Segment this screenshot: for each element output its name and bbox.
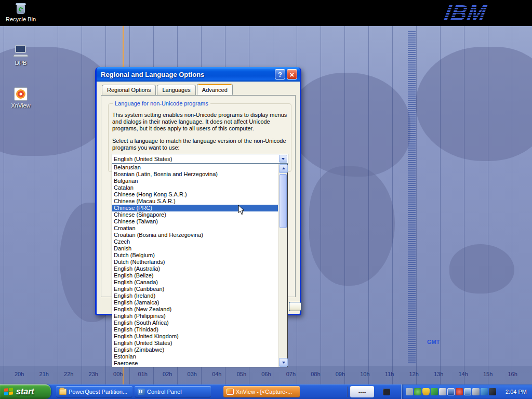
- display-settings-icon[interactable]: [447, 388, 455, 395]
- dropdown-item[interactable]: English (United States): [112, 340, 278, 347]
- dropdown-item[interactable]: English (Australia): [112, 265, 278, 272]
- system-tray: 2:04 PM: [401, 384, 532, 399]
- dropdown-item[interactable]: English (Canada): [112, 279, 278, 286]
- dropdown-item[interactable]: Dutch (Netherlands): [112, 259, 278, 265]
- windows-logo-icon: [4, 388, 14, 396]
- dropdown-item[interactable]: Belarusian: [112, 164, 278, 171]
- scroll-up-button[interactable]: [279, 164, 288, 173]
- hour-label: 14h: [458, 371, 468, 377]
- task-scheduler-icon[interactable]: [439, 388, 446, 395]
- start-button-label: start: [16, 387, 34, 396]
- tab-advanced[interactable]: Advanced: [197, 84, 233, 95]
- dropdown-item[interactable]: Chinese (Hong Kong S.A.R.): [112, 191, 278, 198]
- tab-languages[interactable]: Languages: [157, 85, 195, 95]
- dropdown-item[interactable]: English (Caribbean): [112, 286, 278, 292]
- dropdown-item[interactable]: English (South Africa): [112, 320, 278, 326]
- hour-label: 02h: [163, 371, 172, 377]
- laptop-icon: [13, 45, 29, 58]
- hour-label: 09h: [336, 371, 345, 377]
- network-icon[interactable]: [464, 388, 471, 395]
- non-unicode-description: This system setting enables non-Unicode …: [112, 112, 294, 132]
- chevron-down-icon: [282, 158, 285, 162]
- language-combobox[interactable]: English (United States): [112, 154, 288, 164]
- scrollbar-thumb[interactable]: [280, 174, 287, 228]
- desktop-icon-recycle-bin[interactable]: Recycle Bin: [5, 2, 36, 22]
- partially-hidden-button[interactable]: [289, 302, 301, 311]
- taskbar-button-dashes[interactable]: ----: [350, 386, 374, 397]
- dropdown-item[interactable]: Chinese (Singapore): [112, 211, 278, 218]
- hour-label: 21h: [39, 371, 49, 377]
- dropdown-item[interactable]: Croatian (Bosnia and Herzegovina): [112, 232, 278, 238]
- dialog-tabs: Regional Options Languages Advanced: [102, 85, 233, 95]
- dropdown-item[interactable]: Czech: [112, 238, 278, 245]
- desktop-icon-xnview[interactable]: XnView: [4, 87, 37, 109]
- non-unicode-instruction: Select a language to match the language …: [112, 138, 294, 151]
- hour-label: 10h: [360, 371, 369, 377]
- gmt-hatched-band: [408, 31, 416, 363]
- taskbar-divider: [347, 387, 348, 397]
- combobox-value: English (United States): [114, 156, 172, 162]
- desktop-icon-dpb[interactable]: DPB: [4, 45, 37, 66]
- hour-label: 15h: [483, 371, 493, 377]
- mouse-cursor: [238, 205, 245, 217]
- dropdown-item[interactable]: English (Jamaica): [112, 299, 278, 306]
- chevron-up-icon: [282, 166, 285, 169]
- dropdown-item[interactable]: English (Belize): [112, 272, 278, 279]
- dialog-titlebar[interactable]: Regional and Language Options ? ×: [97, 67, 300, 82]
- desktop-icon-label: XnView: [11, 102, 30, 109]
- ibm-logo-stripes: [442, 0, 491, 26]
- antivirus-icon[interactable]: [456, 388, 463, 395]
- dropdown-item[interactable]: Bosnian (Latin, Bosnia and Herzegovina): [112, 171, 278, 178]
- hour-label: 03h: [188, 371, 197, 377]
- dropdown-item[interactable]: English (Philippines): [112, 313, 278, 320]
- taskbar-button-label: Control Panel: [147, 389, 182, 395]
- taskbar-button-powerquest[interactable]: PowerQuest Partition...: [56, 386, 132, 397]
- taskbar-toolbar-segment[interactable]: [376, 386, 397, 397]
- security-shield-icon[interactable]: [422, 388, 430, 395]
- hour-label: 16h: [508, 371, 517, 377]
- dropdown-item[interactable]: Dutch (Belgium): [112, 252, 278, 259]
- hour-label: 05h: [237, 371, 246, 377]
- taskbar-button-label: XnView - [<Capture-...: [236, 389, 292, 395]
- tab-regional-options[interactable]: Regional Options: [102, 85, 156, 95]
- dropdown-item[interactable]: English (Ireland): [112, 292, 278, 299]
- gmt-label: GMT: [427, 339, 440, 345]
- dropdown-item[interactable]: Bulgarian: [112, 178, 278, 184]
- combobox-dropdown-button[interactable]: [279, 155, 287, 163]
- taskbar-button-label: ----: [358, 389, 366, 395]
- safely-remove-icon[interactable]: [406, 388, 413, 395]
- power-meter-icon[interactable]: [489, 388, 496, 395]
- messenger-icon[interactable]: [481, 388, 488, 395]
- sync-arrows-icon[interactable]: [431, 388, 438, 395]
- scroll-down-button[interactable]: [279, 358, 288, 367]
- groupbox-title: Language for non-Unicode programs: [113, 100, 210, 107]
- dropdown-items: Belarusian Bosnian (Latin, Bosnia and He…: [112, 164, 278, 367]
- language-dropdown-list: Belarusian Bosnian (Latin, Bosnia and He…: [112, 164, 288, 367]
- dropdown-item[interactable]: Faeroese: [112, 360, 278, 367]
- dropdown-item-selected[interactable]: Chinese (PRC): [112, 205, 278, 211]
- dropdown-item[interactable]: Danish: [112, 245, 278, 252]
- start-button[interactable]: start: [0, 384, 51, 399]
- hour-label: 01h: [138, 371, 148, 377]
- dropdown-item[interactable]: Chinese (Taiwan): [112, 218, 278, 225]
- dropdown-item[interactable]: Croatian: [112, 225, 278, 232]
- hour-label: 13h: [434, 371, 443, 377]
- dropdown-item[interactable]: English (United Kingdom): [112, 333, 278, 340]
- help-button[interactable]: ?: [275, 69, 285, 79]
- dropdown-item[interactable]: English (New Zealand): [112, 306, 278, 313]
- dropdown-item[interactable]: English (Trinidad): [112, 326, 278, 333]
- ibm-logo: IBM: [445, 0, 486, 26]
- close-button[interactable]: ×: [287, 69, 297, 79]
- taskbar-button-xnview[interactable]: XnView - [<Capture-...: [223, 386, 300, 397]
- hour-label: 12h: [409, 371, 418, 377]
- dropdown-item[interactable]: English (Zimbabwe): [112, 347, 278, 353]
- tray-clock: 2:04 PM: [506, 389, 532, 395]
- taskbar-button-control-panel[interactable]: Control Panel: [135, 386, 211, 397]
- dropdown-item[interactable]: Estonian: [112, 353, 278, 360]
- dropdown-item[interactable]: Catalan: [112, 184, 278, 191]
- update-icon[interactable]: [414, 388, 421, 395]
- dropdown-scrollbar[interactable]: [278, 164, 287, 367]
- hour-labels-row: 20h 21h 22h 23h 00h 01h 02h 03h 04h 05h …: [15, 371, 517, 377]
- volume-icon[interactable]: [472, 388, 480, 395]
- dropdown-item[interactable]: Chinese (Macau S.A.R.): [112, 198, 278, 205]
